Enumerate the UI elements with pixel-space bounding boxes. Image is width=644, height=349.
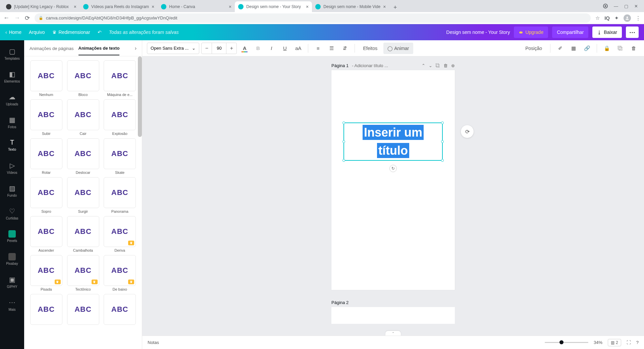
text-color-button[interactable]: A — [239, 43, 250, 54]
regenerate-button[interactable]: ⟳ — [461, 125, 474, 138]
delete-icon[interactable]: 🗑 — [628, 43, 639, 54]
tab-page-animations[interactable]: Animações de páginas — [30, 46, 74, 55]
animation-card[interactable]: ABC — [104, 99, 136, 130]
fullscreen-icon[interactable]: ⛶ — [627, 340, 631, 345]
account-dot-icon[interactable] — [603, 4, 608, 8]
animation-card[interactable]: ABC — [104, 294, 136, 325]
browser-tab[interactable]: Vídeos para Reels do Instagram × — [80, 1, 158, 12]
close-icon[interactable]: × — [152, 4, 154, 9]
url-input[interactable]: 🔒 canva.com/design/DAEqAbtQNG8/nD34HfpB_… — [35, 13, 591, 23]
close-icon[interactable]: × — [383, 4, 386, 9]
resize-handle[interactable] — [342, 159, 345, 162]
animation-card[interactable]: ABC♛ — [104, 216, 136, 247]
decrease-size-button[interactable]: − — [202, 45, 212, 51]
star-icon[interactable]: ☆ — [595, 15, 600, 21]
maximize-icon[interactable]: ▢ — [624, 4, 628, 9]
list-button[interactable]: ☰ — [326, 43, 337, 54]
bold-button[interactable]: B — [252, 43, 264, 54]
more-button[interactable]: ⋯ — [626, 27, 639, 38]
chevron-right-icon[interactable]: › — [135, 45, 137, 51]
browser-tab-active[interactable]: Design sem nome - Your Story × — [235, 1, 312, 12]
project-name[interactable]: Design sem nome - Your Story — [446, 30, 510, 35]
animation-card[interactable]: ABC — [30, 294, 62, 325]
canvas-page-2[interactable] — [331, 307, 455, 324]
forward-icon[interactable]: → — [14, 14, 20, 21]
animation-card[interactable]: ABC — [67, 138, 99, 169]
tab-text-animations[interactable]: Animações de texto — [78, 46, 120, 55]
case-button[interactable]: aA — [292, 43, 304, 54]
chevron-up-icon[interactable]: ⌃ — [422, 63, 425, 68]
animation-card[interactable]: ABC — [104, 177, 136, 208]
notes-button[interactable]: Notas — [148, 340, 159, 345]
animate-button[interactable]: ◯ Animar — [383, 43, 413, 54]
text-element[interactable]: Inserir um título ↻ — [343, 122, 443, 161]
resize-handle[interactable] — [441, 159, 444, 162]
effects-button[interactable]: Efeitos — [359, 43, 381, 54]
animation-card[interactable]: ABC — [67, 99, 99, 130]
rail-pexels[interactable]: Pexels — [0, 225, 24, 248]
spacing-button[interactable]: ⇵ — [339, 43, 351, 54]
animation-card[interactable]: ABC — [67, 60, 99, 91]
animation-card[interactable]: ABC♛ — [30, 255, 62, 286]
rail-templates[interactable]: ▢Templates — [0, 42, 24, 65]
font-size-value[interactable]: 90 — [212, 43, 226, 54]
menu-icon[interactable]: ⋮ — [636, 15, 641, 21]
animation-card[interactable]: ABC — [67, 216, 99, 247]
resize-handle[interactable] — [441, 140, 444, 143]
close-icon[interactable]: × — [229, 4, 231, 9]
position-button[interactable]: Posição — [521, 43, 546, 54]
animation-card[interactable]: ABC — [30, 99, 62, 130]
extensions-icon[interactable]: ✦ — [614, 15, 619, 21]
animation-card[interactable]: ABC — [67, 294, 99, 325]
browser-tab[interactable]: Home - Canva × — [158, 1, 235, 12]
zoom-slider[interactable] — [545, 342, 588, 343]
animation-card[interactable]: ABC♛ — [67, 255, 99, 286]
rail-fundo[interactable]: ▨Fundo — [0, 179, 24, 202]
eyedropper-icon[interactable]: ✐ — [554, 43, 566, 54]
iq-icon[interactable]: IQ — [604, 15, 610, 21]
underline-button[interactable]: U — [279, 43, 290, 54]
animation-card[interactable]: ABC — [30, 138, 62, 169]
font-selector[interactable]: Open Sans Extra ... ⌄ — [147, 43, 199, 54]
back-icon[interactable]: ← — [3, 14, 9, 21]
download-button[interactable]: ⭳ Baixar — [592, 27, 622, 38]
share-button[interactable]: Compartilhar — [552, 27, 588, 38]
add-page-icon[interactable]: ⊕ — [451, 63, 455, 68]
resize-handle[interactable] — [441, 121, 444, 124]
animation-card[interactable]: ABC — [104, 138, 136, 169]
zoom-value[interactable]: 34% — [594, 340, 602, 345]
resize-button[interactable]: ♛ Redimensionar — [52, 30, 90, 35]
italic-button[interactable]: I — [266, 43, 277, 54]
animation-card[interactable]: ABC — [104, 60, 136, 91]
rail-uploads[interactable]: ☁Uploads — [0, 88, 24, 111]
copy-page-icon[interactable]: ⿻ — [436, 63, 440, 68]
text-content[interactable]: Inserir um título — [344, 123, 442, 160]
transparency-icon[interactable]: ▦ — [568, 43, 579, 54]
resize-handle[interactable] — [342, 140, 345, 143]
expand-pages-button[interactable]: ⌃ — [385, 331, 401, 336]
reload-icon[interactable]: ⟳ — [25, 14, 30, 22]
close-window-icon[interactable]: ✕ — [634, 4, 638, 9]
delete-page-icon[interactable]: 🗑 — [443, 63, 448, 68]
animation-card[interactable]: ABC — [30, 177, 62, 208]
rail-giphy[interactable]: ▣GIPHY — [0, 270, 24, 293]
upgrade-button[interactable]: Upgrade — [514, 27, 548, 38]
lock-icon[interactable]: 🔒 — [601, 43, 612, 54]
help-icon[interactable]: ? — [636, 340, 639, 345]
new-tab-button[interactable]: + — [390, 3, 400, 12]
rotate-handle[interactable]: ↻ — [389, 165, 397, 172]
rail-pixabay[interactable]: Pixabay — [0, 248, 24, 270]
canvas-page-1[interactable]: Inserir um título ↻ ⟳ — [331, 70, 455, 290]
animation-card[interactable]: ABC — [67, 177, 99, 208]
duplicate-icon[interactable]: ⿻ — [614, 43, 626, 54]
resize-handle[interactable] — [342, 121, 345, 124]
animation-card[interactable]: ABC — [30, 216, 62, 247]
slider-thumb[interactable] — [559, 340, 564, 344]
close-icon[interactable]: × — [74, 4, 76, 9]
align-button[interactable]: ≡ — [312, 43, 324, 54]
close-icon[interactable]: × — [306, 4, 309, 9]
animation-card[interactable]: ABC — [30, 60, 62, 91]
increase-size-button[interactable]: + — [226, 45, 236, 51]
rail-videos[interactable]: ▷Vídeos — [0, 156, 24, 179]
canvas-scroll[interactable]: Página 1 - Adicionar título ... ⌃ ⌄ ⿻ 🗑 … — [142, 56, 644, 336]
